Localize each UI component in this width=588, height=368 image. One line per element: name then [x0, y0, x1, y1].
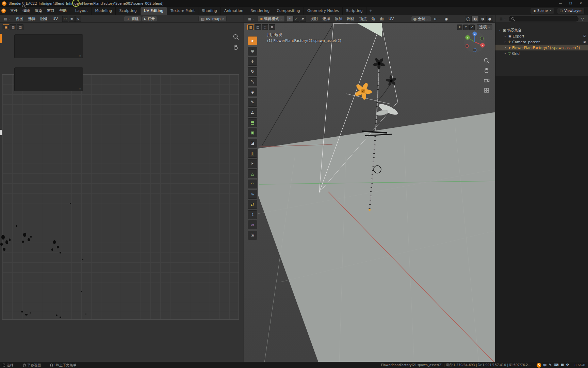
- transform-orientation-selector[interactable]: ◍ 全局 ⌄: [411, 16, 431, 22]
- uv-sidebar-tab[interactable]: [0, 130, 2, 135]
- extrude-region-tool-button[interactable]: ⬒: [248, 118, 257, 127]
- expand-caret-icon[interactable]: ▸: [504, 35, 507, 37]
- blender-menu-icon[interactable]: [1, 9, 6, 13]
- pan-hand-icon[interactable]: [483, 67, 490, 74]
- uv-island[interactable]: [30, 236, 32, 238]
- scene-unlink-icon[interactable]: ✕: [550, 9, 552, 12]
- poly-build-tool-button[interactable]: △: [248, 169, 257, 178]
- viewport-editor-type-button[interactable]: ▦ ⌄: [246, 16, 257, 21]
- uv-island[interactable]: [16, 225, 17, 227]
- move-tool-button[interactable]: ✛: [248, 57, 257, 66]
- uv-island[interactable]: [25, 314, 28, 316]
- uv-header-widget-1[interactable]: ◉: [69, 16, 75, 22]
- viewport-menu-6[interactable]: 面: [378, 15, 386, 22]
- uv-island[interactable]: [51, 248, 53, 251]
- outliner-row[interactable]: ▸▽Grid: [495, 50, 588, 56]
- ime-icon-4[interactable]: ⚙: [566, 363, 569, 368]
- viewport-menu-0[interactable]: 视图: [308, 15, 320, 22]
- uv-header-widget-2[interactable]: ∪: [75, 16, 81, 22]
- edge-slide-tool-button[interactable]: ⇄: [248, 200, 257, 209]
- open-image-button[interactable]: ▸ 打开: [142, 16, 158, 22]
- uv-tool-setting-icon-2[interactable]: ◫: [17, 24, 23, 30]
- uv-tool-setting-icon-1[interactable]: ▤: [10, 24, 16, 30]
- topbar-menu-0[interactable]: 文件: [8, 7, 20, 14]
- workspace-tab-compositing[interactable]: Compositing: [273, 7, 304, 15]
- shading-wireframe-button[interactable]: ◯: [465, 16, 472, 22]
- shape-keys-list[interactable]: ∷: [14, 67, 83, 91]
- uv-header-widget-0[interactable]: ⬚: [62, 16, 68, 22]
- outliner-search-input[interactable]: [516, 17, 576, 21]
- viewport-menu-1[interactable]: 选择: [320, 15, 332, 22]
- outliner-search[interactable]: [509, 16, 578, 21]
- viewport-tool-setting-icon-3[interactable]: ⊞: [269, 24, 275, 30]
- workspace-tab-animation[interactable]: Animation: [221, 7, 247, 15]
- cursor-tool-button[interactable]: ⊕: [248, 47, 257, 56]
- shading-material-button[interactable]: ◑: [479, 16, 486, 22]
- shrink-fatten-tool-button[interactable]: ⇕: [248, 210, 257, 219]
- scene-selector[interactable]: ◨ Scene ✕: [530, 8, 555, 14]
- maximize-button[interactable]: ❐: [566, 0, 576, 6]
- uv-menu-0[interactable]: 视图: [13, 15, 26, 22]
- uv-zoom-icon[interactable]: [232, 33, 240, 41]
- rotate-tool-button[interactable]: ↻: [248, 67, 257, 76]
- workspace-tab-layout[interactable]: Layout: [72, 7, 92, 15]
- uv-island[interactable]: [21, 311, 23, 312]
- ime-icon-1[interactable]: ✎: [549, 363, 552, 368]
- tweak-select-tool-button[interactable]: ➤: [248, 36, 257, 45]
- uv-grid[interactable]: [2, 74, 239, 320]
- mirror-y-toggle[interactable]: Y: [463, 25, 469, 30]
- uv-island[interactable]: [56, 315, 58, 316]
- edge-select-mode-button[interactable]: ⟋: [293, 16, 299, 22]
- uv-island[interactable]: [9, 239, 11, 241]
- uv-menu-1[interactable]: 选择: [26, 15, 38, 22]
- scale-tool-button[interactable]: ⤡: [248, 77, 257, 86]
- viewport-tool-setting-icon-2[interactable]: ⬚: [262, 24, 268, 30]
- close-icon[interactable]: ✕: [222, 17, 224, 20]
- workspace-tab-geometry-nodes[interactable]: Geometry Nodes: [304, 7, 343, 15]
- mirror-x-toggle[interactable]: X: [457, 25, 462, 30]
- expand-caret-icon[interactable]: ▸: [504, 41, 507, 43]
- viewport-tool-setting-icon-0[interactable]: ▦: [247, 24, 254, 30]
- uv-island[interactable]: [70, 203, 71, 204]
- options-dropdown[interactable]: 选项 ⌄: [477, 24, 492, 30]
- workspace-tab-rendering[interactable]: Rendering: [247, 7, 273, 15]
- ime-icon-0[interactable]: 中: [543, 363, 547, 368]
- bevel-tool-button[interactable]: ◪: [248, 139, 257, 148]
- spin-tool-button[interactable]: ◠: [248, 180, 257, 188]
- rip-region-tool-button[interactable]: ⇲: [248, 231, 257, 240]
- uv-island[interactable]: [0, 243, 3, 246]
- uv-island[interactable]: [1, 235, 5, 240]
- viewport-menu-4[interactable]: 顶点: [357, 15, 369, 22]
- proportional-editing-toggle[interactable]: ◉: [443, 16, 450, 22]
- measure-tool-button[interactable]: ∠: [248, 108, 257, 117]
- viewport-tool-setting-icon-1[interactable]: ◫: [255, 24, 261, 30]
- uv-menu-3[interactable]: UV: [50, 15, 60, 22]
- vertex-groups-list[interactable]: ∷: [14, 34, 83, 58]
- workspace-tab-sculpting[interactable]: Sculpting: [116, 7, 140, 15]
- workspace-tab-scripting[interactable]: Scripting: [343, 7, 366, 15]
- uv-active-tool-indicator[interactable]: [0, 34, 2, 43]
- minimize-button[interactable]: —: [555, 0, 566, 6]
- snap-toggle[interactable]: ∪ ⌄: [432, 16, 442, 22]
- uv-island[interactable]: [60, 252, 61, 254]
- outliner-row[interactable]: ▾▼FlowerPlantFactory(2).spawn_asset(2): [495, 45, 588, 50]
- viewport-menu-2[interactable]: 添加: [332, 15, 345, 22]
- resize-grip-icon[interactable]: ∷: [79, 55, 81, 58]
- 3d-viewport[interactable]: ▦◫⬚⊞ XYZ 选项 ⌄ ➤⊕✛↻⤡◈✎∠⬒▣◪◫✂△◠∿⇄⇕▱⇲ 用户透视 …: [244, 23, 495, 362]
- mirror-z-toggle[interactable]: Z: [469, 25, 475, 30]
- topbar-menu-1[interactable]: 编辑: [20, 7, 32, 14]
- shading-rendered-button[interactable]: ●: [486, 16, 493, 22]
- inset-faces-tool-button[interactable]: ▣: [248, 128, 257, 137]
- transform-tool-button[interactable]: ◈: [248, 88, 257, 96]
- viewport-menu-3[interactable]: 网格: [345, 15, 357, 22]
- uv-pan-hand-icon[interactable]: [232, 44, 240, 51]
- shear-tool-button[interactable]: ▱: [248, 220, 257, 229]
- resize-grip-icon[interactable]: ∷: [79, 88, 81, 91]
- uv-island[interactable]: [81, 291, 82, 292]
- outliner-type-button[interactable]: ☰ ⌄: [497, 16, 508, 21]
- workspace-tab-uv-editing[interactable]: UV Editing: [141, 7, 167, 15]
- uv-island[interactable]: [53, 240, 56, 244]
- vertex-select-mode-button[interactable]: ∙: [287, 16, 293, 22]
- topbar-menu-4[interactable]: 帮助: [57, 7, 69, 14]
- mode-selector[interactable]: ▣ 编辑模式 ⌄: [257, 16, 284, 22]
